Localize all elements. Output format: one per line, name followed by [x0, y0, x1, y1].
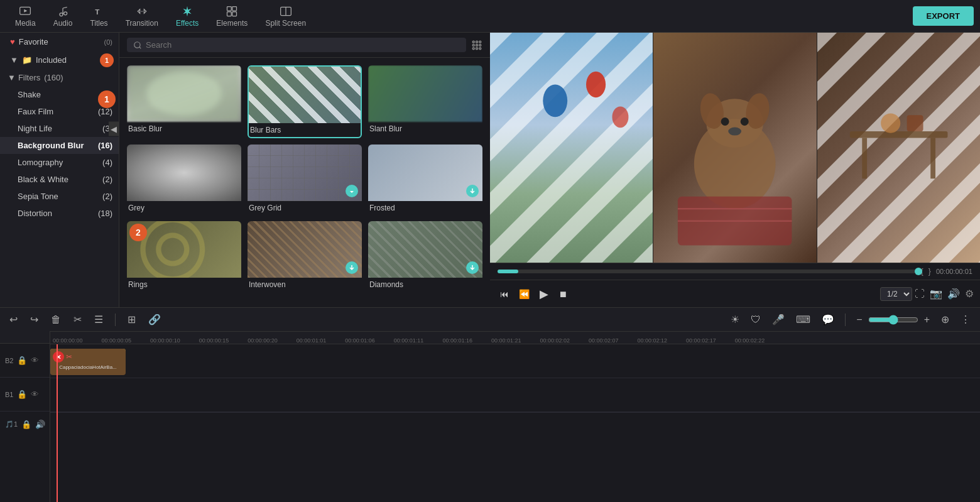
sidebar-black-white[interactable]: Black & White (2) [0, 171, 119, 188]
sidebar-night-life[interactable]: Night Life (3) ◀ [0, 120, 119, 137]
effect-grey-grid[interactable]: Grey Grid [248, 145, 362, 215]
sidebar-lomography[interactable]: Lomography (4) [0, 154, 119, 171]
effect-rings[interactable]: 2 Rings [127, 221, 241, 292]
track-2-label: B2 🔒 👁 [0, 344, 50, 378]
zoom-controls: − + [853, 312, 933, 327]
track-2-number: B2 [5, 357, 13, 364]
caption-icon[interactable]: ⌨ [793, 312, 814, 327]
effect-diamonds[interactable]: Diamonds [368, 221, 482, 292]
sidebar-distortion[interactable]: Distortion (18) [0, 205, 119, 222]
ruler-05: 00:00:00:05 [102, 337, 151, 344]
timeline-ruler: 00:00:00:00 00:00:00:05 00:00:00:10 00:0… [50, 332, 980, 344]
effect-interwoven[interactable]: Interwoven [248, 221, 362, 292]
download-badge-interwoven [346, 261, 358, 274]
nav-titles[interactable]: T Titles [81, 3, 116, 30]
effect-slant-blur[interactable]: Slant Blur [368, 65, 482, 138]
effect-thumbnail-grey [127, 145, 241, 201]
zoom-out-icon[interactable]: − [853, 312, 865, 327]
shield-icon[interactable]: 🛡 [748, 312, 764, 327]
cut-icon[interactable]: ✂ [70, 312, 85, 327]
preview-controls: ⏮ ⏪ ▶ ⏹ 1/2 ⛶ 📷 🔊 ⚙ [490, 280, 980, 307]
remove-icon[interactable]: ✕ [53, 351, 64, 363]
svg-marker-1 [24, 9, 28, 12]
zoom-slider[interactable] [868, 315, 918, 325]
preview-right-icons: ⛶ 📷 🔊 ⚙ [915, 288, 974, 300]
grid-options-icon[interactable] [471, 40, 482, 51]
lock-icon-1[interactable]: 🔒 [17, 390, 27, 399]
settings-icon[interactable]: ⚙ [965, 288, 974, 300]
volume-icon[interactable]: 🔊 [947, 288, 960, 300]
nav-effects[interactable]: Effects [167, 3, 207, 30]
progress-handle[interactable] [915, 268, 922, 275]
timeline-content: 00:00:00:00 00:00:00:05 00:00:00:10 00:0… [0, 332, 980, 502]
delete-icon[interactable]: 🗑 [48, 312, 64, 327]
ruler-207: 00:00:02:07 [589, 337, 638, 344]
lock-icon-audio[interactable]: 🔒 [21, 420, 31, 429]
sidebar-sepia-tone[interactable]: Sepia Tone (2) [0, 188, 119, 205]
track-row-2: ★ Blur Bars [50, 344, 980, 378]
download-badge-diamonds [466, 261, 479, 274]
quality-select[interactable]: 1/2 [880, 287, 912, 301]
link-icon[interactable]: 🔗 [145, 312, 164, 327]
more-options-icon[interactable]: ⋮ [957, 312, 974, 327]
effect-frosted[interactable]: Frosted [368, 145, 482, 215]
effect-label-interwoven: Interwoven [248, 278, 362, 292]
menu-icon[interactable]: ☰ [91, 312, 106, 327]
export-button[interactable]: EXPORT [913, 6, 974, 26]
nav-elements[interactable]: Elements [207, 3, 256, 30]
eye-icon-1[interactable]: 👁 [31, 390, 39, 399]
panel-collapse-arrow[interactable]: ◀ [109, 121, 119, 136]
eye-icon-2[interactable]: 👁 [31, 356, 39, 365]
lock-icon-2[interactable]: 🔒 [17, 356, 27, 365]
svg-rect-44 [850, 131, 948, 138]
search-input[interactable] [146, 40, 460, 50]
camera-icon[interactable]: 📷 [930, 288, 942, 300]
svg-point-2 [60, 13, 63, 16]
sidebar: ♥ Favorite (0) ▼ 📁 Included 1 ▼ Filters … [0, 33, 119, 307]
svg-point-18 [479, 41, 481, 43]
nav-transition[interactable]: Transition [117, 3, 167, 30]
track-labels: B2 🔒 👁 B1 🔒 👁 🎵1 🔒 🔊 [0, 331, 50, 502]
search-box[interactable] [127, 38, 466, 52]
svg-point-38 [729, 128, 742, 136]
sidebar-background-blur[interactable]: Background Blur (16) [0, 137, 119, 154]
ruler-10: 00:00:00:10 [150, 337, 199, 344]
effects-grid: Basic Blur Blur Bars Slant Blur Grey [119, 58, 490, 299]
sidebar-filters-section[interactable]: ▼ Filters (160) [0, 69, 119, 86]
skip-back-button[interactable]: ⏮ [496, 286, 513, 302]
sun-icon[interactable]: ☀ [727, 312, 743, 327]
sidebar-item-favorite[interactable]: ♥ Favorite (0) [0, 33, 119, 51]
subtitle-icon[interactable]: 💬 [819, 312, 837, 327]
progress-bar[interactable] [498, 270, 918, 273]
svg-text:T: T [95, 8, 99, 16]
svg-rect-45 [862, 138, 867, 178]
undo-icon[interactable]: ↩ [6, 312, 21, 327]
nav-audio[interactable]: Audio [45, 3, 82, 30]
fullscreen-icon[interactable]: ⛶ [915, 288, 925, 300]
download-badge-grey-grid [346, 185, 358, 197]
step-back-button[interactable]: ⏪ [515, 286, 533, 302]
zoom-in-icon[interactable]: + [921, 312, 933, 327]
effect-grey[interactable]: Grey [127, 145, 241, 215]
svg-point-19 [472, 44, 474, 46]
add-track-icon[interactable]: ⊕ [938, 312, 952, 327]
nav-media[interactable]: Media [6, 3, 45, 30]
video-clip[interactable]: ✕ ✂ CappaciadociaHotAirBa... [50, 349, 126, 375]
time-total: 00:00:00:01 [936, 268, 972, 275]
add-media-icon[interactable]: ⊞ [124, 312, 139, 327]
svg-rect-48 [906, 115, 923, 131]
effect-basic-blur[interactable]: Basic Blur [127, 65, 241, 138]
mic-icon[interactable]: 🎤 [769, 312, 788, 327]
effect-blur-bars[interactable]: Blur Bars [248, 65, 362, 138]
redo-icon[interactable]: ↪ [27, 312, 41, 327]
audio-track-number: 🎵1 [5, 420, 18, 428]
timeline: ↩ ↪ 🗑 ✂ ☰ ⊞ 🔗 ☀ 🛡 🎤 ⌨ 💬 − + ⊕ ⋮ [0, 307, 980, 502]
scissors-icon[interactable]: ✂ [66, 352, 72, 361]
stop-button[interactable]: ⏹ [555, 286, 571, 302]
ruler-222: 00:00:02:22 [735, 337, 784, 344]
sidebar-item-included[interactable]: ▼ 📁 Included 1 [0, 51, 119, 69]
annotation-1: 1 [98, 90, 116, 108]
volume-icon-audio[interactable]: 🔊 [35, 420, 45, 429]
play-button[interactable]: ▶ [536, 285, 552, 303]
nav-split-screen[interactable]: Split Screen [256, 3, 315, 30]
